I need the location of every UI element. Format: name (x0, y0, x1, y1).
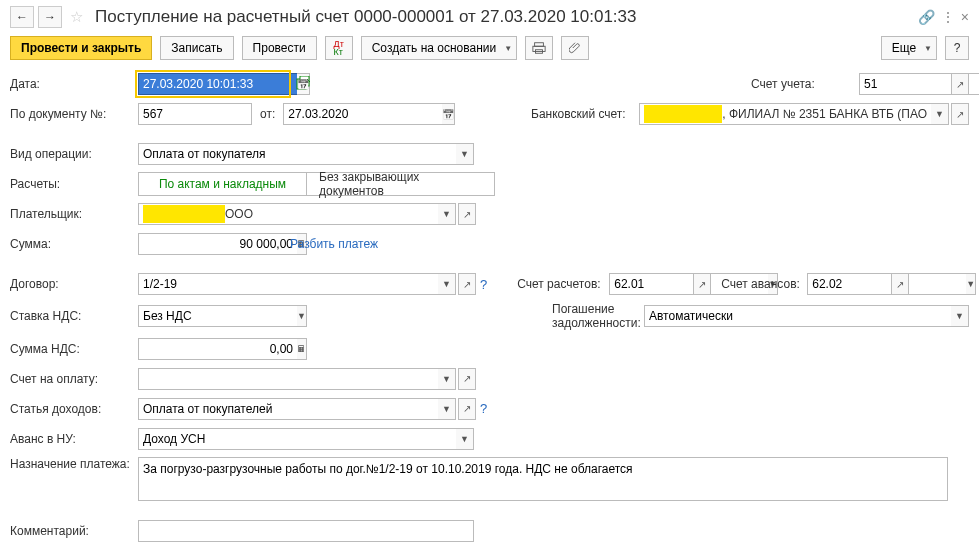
link-icon[interactable]: 🔗 (918, 9, 935, 25)
more-button[interactable]: Еще ▼ (881, 36, 937, 60)
dtkt-button[interactable]: ДтКт (325, 36, 353, 60)
chevron-down-icon[interactable]: ▼ (438, 398, 456, 420)
date-field[interactable] (138, 73, 288, 95)
optype-input[interactable] (138, 143, 456, 165)
optype-label: Вид операции: (10, 147, 138, 161)
invoice-field[interactable]: ▼ (138, 368, 456, 390)
chevron-down-icon[interactable]: ▼ (456, 428, 474, 450)
post-button[interactable]: Провести (242, 36, 317, 60)
payer-redacted (143, 205, 225, 223)
adv-acc-label: Счет авансов: (721, 277, 807, 291)
purpose-label: Назначение платежа: (10, 457, 138, 471)
svg-rect-1 (533, 46, 545, 51)
payer-label: Плательщик: (10, 207, 138, 221)
calendar-icon[interactable] (442, 103, 455, 125)
bank-account-label: Банковский счет: (531, 107, 639, 121)
open-settle-acc-button[interactable]: ↗ (693, 273, 711, 295)
print-icon (532, 41, 546, 55)
vat-rate-label: Ставка НДС: (10, 309, 138, 323)
split-payment-link[interactable]: Разбить платеж (290, 237, 378, 251)
calc-label: Расчеты: (10, 177, 138, 191)
kebab-menu-icon[interactable]: ⋮ (941, 9, 955, 25)
invoice-input[interactable] (138, 368, 438, 390)
sum-label: Сумма: (10, 237, 138, 251)
dtkt-icon: ДтКт (334, 40, 344, 56)
payer-field[interactable]: ООО ▼ (138, 203, 456, 225)
chevron-down-icon[interactable]: ▼ (456, 143, 474, 165)
contract-input[interactable] (138, 273, 438, 295)
bank-account-redacted (644, 105, 722, 123)
more-label: Еще (892, 41, 916, 55)
adv-acc-input[interactable] (807, 273, 966, 295)
close-icon[interactable]: × (961, 9, 969, 25)
print-button[interactable] (525, 36, 553, 60)
advance-field[interactable]: ▼ (138, 428, 474, 450)
create-based-label: Создать на основании (372, 41, 497, 55)
optype-field[interactable]: ▼ (138, 143, 474, 165)
open-income-button[interactable]: ↗ (458, 398, 476, 420)
vat-sum-input[interactable] (138, 338, 297, 360)
sum-field[interactable]: 🖩 (138, 233, 280, 255)
docno-label: По документу №: (10, 107, 138, 121)
income-label: Статья доходов: (10, 402, 138, 416)
comment-input[interactable] (138, 520, 474, 542)
docno-input[interactable] (138, 103, 252, 125)
date-input[interactable] (138, 73, 297, 95)
vat-rate-field[interactable]: ▼ (138, 305, 284, 327)
adv-acc-field[interactable]: ▼ (807, 273, 889, 295)
calc-no-closing-button[interactable]: Без закрывающих документов (306, 172, 495, 196)
doc-date-input[interactable] (283, 103, 442, 125)
sum-input[interactable] (138, 233, 297, 255)
settle-acc-field[interactable]: ▼ (609, 273, 691, 295)
favorite-star-icon[interactable]: ☆ (70, 8, 83, 26)
calc-toggle: По актам и накладным Без закрывающих док… (138, 172, 495, 196)
income-help-icon[interactable]: ? (480, 401, 487, 416)
open-account-button[interactable]: ↗ (951, 73, 969, 95)
vat-rate-input[interactable] (138, 305, 297, 327)
chevron-down-icon[interactable]: ▼ (438, 273, 456, 295)
settle-acc-label: Счет расчетов: (517, 277, 609, 291)
doc-date-field[interactable] (283, 103, 399, 125)
paperclip-icon (569, 42, 581, 54)
open-adv-acc-button[interactable]: ↗ (891, 273, 909, 295)
calc-by-acts-button[interactable]: По актам и накладным (138, 172, 306, 196)
contract-label: Договор: (10, 277, 138, 291)
chevron-down-icon: ▼ (924, 44, 932, 53)
income-field[interactable]: ▼ (138, 398, 456, 420)
open-bank-account-button[interactable]: ↗ (951, 103, 969, 125)
from-label: от: (260, 107, 275, 121)
chevron-down-icon[interactable]: ▼ (931, 103, 949, 125)
chevron-down-icon[interactable]: ▼ (297, 305, 307, 327)
chevron-down-icon[interactable]: ▼ (966, 273, 976, 295)
debt-repay-field[interactable]: ▼ (644, 305, 969, 327)
contract-help-icon[interactable]: ? (480, 277, 487, 292)
account-field[interactable]: ▼ (859, 73, 949, 95)
purpose-textarea[interactable] (138, 457, 948, 501)
chevron-down-icon[interactable]: ▼ (438, 368, 456, 390)
bank-account-field[interactable]: , ФИЛИАЛ № 2351 БАНКА ВТБ (ПАО ▼ (639, 103, 949, 125)
save-button[interactable]: Записать (160, 36, 233, 60)
page-title: Поступление на расчетный счет 0000-00000… (95, 7, 914, 27)
create-based-button[interactable]: Создать на основании ▼ (361, 36, 517, 60)
comment-label: Комментарий: (10, 524, 138, 538)
nav-back-button[interactable]: ← (10, 6, 34, 28)
attachments-button[interactable] (561, 36, 589, 60)
open-payer-button[interactable]: ↗ (458, 203, 476, 225)
calculator-icon[interactable]: 🖩 (297, 338, 307, 360)
contract-field[interactable]: ▼ (138, 273, 456, 295)
post-and-close-button[interactable]: Провести и закрыть (10, 36, 152, 60)
help-button[interactable]: ? (945, 36, 969, 60)
vat-sum-field[interactable]: 🖩 (138, 338, 280, 360)
date-label: Дата: (10, 77, 138, 91)
chevron-down-icon[interactable]: ▼ (951, 305, 969, 327)
chevron-down-icon: ▼ (504, 44, 512, 53)
vat-sum-label: Сумма НДС: (10, 342, 138, 356)
debt-repay-input[interactable] (644, 305, 951, 327)
chevron-down-icon[interactable]: ▼ (438, 203, 456, 225)
open-contract-button[interactable]: ↗ (458, 273, 476, 295)
account-label: Счет учета: (751, 77, 859, 91)
open-invoice-button[interactable]: ↗ (458, 368, 476, 390)
income-input[interactable] (138, 398, 438, 420)
nav-forward-button[interactable]: → (38, 6, 62, 28)
advance-input[interactable] (138, 428, 456, 450)
